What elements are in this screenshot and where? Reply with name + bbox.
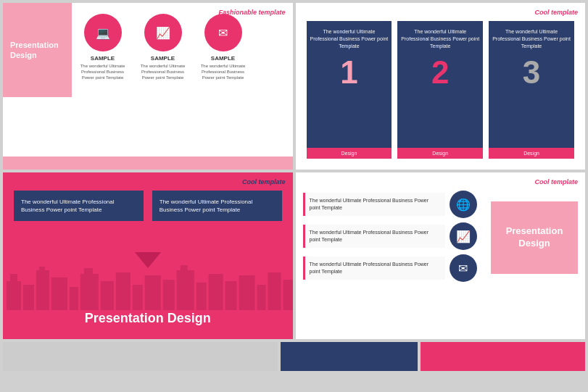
slide3-box-1: The wonderful Ultimate Professional Busi…: [14, 191, 144, 221]
svg-rect-9: [101, 281, 114, 310]
slide3-label-italic: Cool: [242, 178, 257, 185]
circle-desc-2: The wonderful Ultimate Professional Busi…: [139, 64, 186, 80]
slide4-icon-3: ✉: [450, 254, 477, 282]
circle-item-3: ✉ SAMPLE The wonderful Ultimate Professi…: [199, 14, 247, 80]
slide1-bottom-bar: [3, 157, 293, 170]
svg-rect-15: [181, 265, 188, 270]
svg-rect-18: [225, 281, 237, 310]
svg-rect-16: [196, 283, 207, 310]
bar-seg-pink: [421, 342, 585, 371]
svg-rect-4: [39, 267, 45, 270]
slide3-box-2: The wonderful Ultimate Professional Busi…: [152, 191, 282, 221]
slide4-row-text-3: The wonderful Ultimate Professional Busi…: [303, 257, 445, 280]
slide4-row-3: The wonderful Ultimate Professional Busi…: [303, 254, 477, 282]
slide2-card-text-2: The wonderful Ultimate Professional Busi…: [401, 28, 479, 49]
svg-rect-14: [177, 270, 194, 310]
slide4-label-rest: template: [549, 178, 578, 185]
slide4-row-text-2: The wonderful Ultimate Professional Busi…: [303, 225, 445, 248]
slide2-card-number-2: 2: [431, 57, 449, 88]
slide2-card-btn-3: Design: [489, 148, 574, 159]
circle-desc-1: The wonderful Ultimate Professional Busi…: [79, 64, 126, 80]
slide4-row-2: The wonderful Ultimate Professional Busi…: [303, 222, 477, 250]
circle-icon-1: 💻: [84, 14, 122, 51]
svg-rect-13: [163, 280, 175, 310]
svg-rect-8: [84, 268, 93, 274]
circle-item-1: 💻 SAMPLE The wonderful Ultimate Professi…: [79, 14, 126, 80]
slide4-row-1: The wonderful Ultimate Professional Busi…: [303, 191, 477, 218]
main-grid: Fashionable template Presentation Design…: [0, 0, 588, 392]
circle-icon-2: 📈: [144, 14, 182, 51]
slide2: Cool template The wonderful Ultimate Pro…: [296, 3, 586, 170]
slide4-title: Presentation Design: [498, 225, 571, 250]
slide3-title: Presentation Design: [3, 311, 293, 326]
slide2-cards: The wonderful Ultimate Professional Busi…: [307, 21, 575, 159]
slide3-label-rest: template: [257, 178, 286, 185]
slide1-label-rest: template: [257, 9, 286, 16]
slide1-title: Presentation Design: [10, 40, 65, 61]
slide2-card-number-1: 1: [340, 57, 357, 88]
circle-desc-3: The wonderful Ultimate Professional Busi…: [199, 64, 247, 80]
slide4-label-italic: Cool: [534, 178, 549, 185]
city-skyline: [3, 259, 293, 310]
slide3: Cool template The wonderful Ultimate Pro…: [3, 172, 293, 339]
slide2-label-italic: Cool: [534, 9, 549, 16]
svg-rect-3: [36, 270, 49, 310]
bar-seg-dark: [281, 342, 418, 371]
slide2-card-1: The wonderful Ultimate Professional Busi…: [307, 21, 392, 159]
slide4-icon-2: 📈: [450, 222, 477, 250]
slide2-label-rest: template: [549, 9, 578, 16]
slide2-card-btn-2: Design: [397, 148, 483, 159]
slide1-pink-box: Presentation Design: [3, 3, 72, 97]
circle-label-3: SAMPLE: [211, 55, 235, 62]
slide2-card-2: The wonderful Ultimate Professional Busi…: [397, 21, 483, 159]
slide2-card-btn-1: Design: [307, 148, 392, 159]
svg-rect-12: [145, 275, 161, 310]
circle-item-2: 📈 SAMPLE The wonderful Ultimate Professi…: [139, 14, 186, 80]
slide4-rows: The wonderful Ultimate Professional Busi…: [303, 191, 477, 282]
svg-rect-0: [7, 281, 21, 310]
bottom-bar: [3, 342, 585, 371]
circle-label-2: SAMPLE: [151, 55, 175, 62]
slide2-card-text-1: The wonderful Ultimate Professional Busi…: [310, 28, 389, 49]
slide4-icon-1: 🌐: [450, 191, 477, 218]
slide3-label: Cool template: [242, 178, 286, 185]
slide2-label: Cool template: [534, 9, 578, 16]
circle-icon-3: ✉: [204, 14, 242, 51]
slide4-label: Cool template: [534, 178, 578, 185]
circle-label-1: SAMPLE: [91, 55, 115, 62]
svg-rect-10: [116, 272, 131, 310]
svg-rect-19: [239, 275, 255, 310]
svg-rect-17: [209, 274, 223, 310]
slide1: Fashionable template Presentation Design…: [3, 3, 293, 170]
slide2-card-text-3: The wonderful Ultimate Professional Busi…: [492, 28, 571, 49]
svg-rect-21: [268, 272, 281, 310]
svg-rect-6: [70, 287, 78, 310]
slide2-card-number-3: 3: [523, 57, 540, 88]
slide3-boxes: The wonderful Ultimate Professional Busi…: [14, 191, 282, 221]
svg-rect-20: [257, 285, 266, 310]
slide4: Cool template The wonderful Ultimate Pro…: [296, 172, 586, 339]
svg-rect-1: [10, 274, 17, 281]
bar-seg-light: [3, 342, 278, 371]
slide4-pink-box: Presentation Design: [491, 201, 578, 274]
svg-rect-22: [283, 280, 293, 310]
slide4-row-text-1: The wonderful Ultimate Professional Busi…: [303, 193, 445, 216]
slide1-circles: 💻 SAMPLE The wonderful Ultimate Professi…: [79, 14, 247, 80]
slide2-card-3: The wonderful Ultimate Professional Busi…: [489, 21, 574, 159]
svg-rect-2: [23, 285, 34, 310]
svg-rect-11: [133, 285, 143, 310]
svg-rect-5: [51, 278, 67, 310]
svg-rect-7: [80, 274, 99, 310]
